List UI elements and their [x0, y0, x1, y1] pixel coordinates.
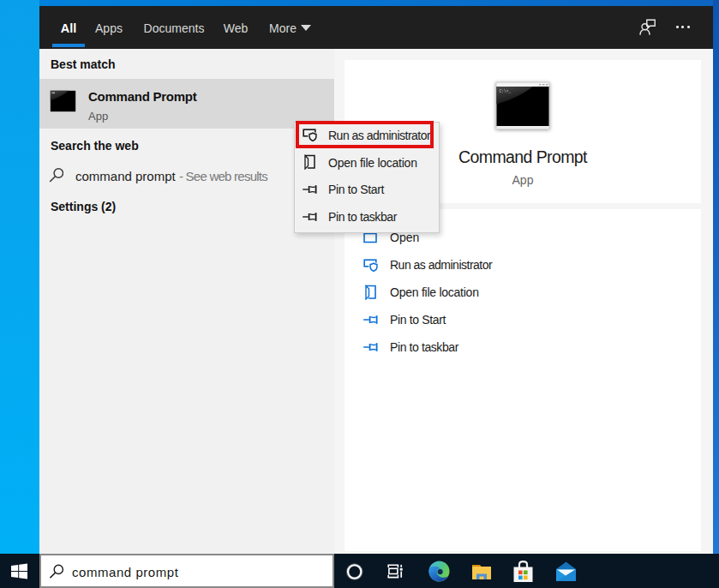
svg-text:C:\>_: C:\>_ [500, 89, 512, 93]
